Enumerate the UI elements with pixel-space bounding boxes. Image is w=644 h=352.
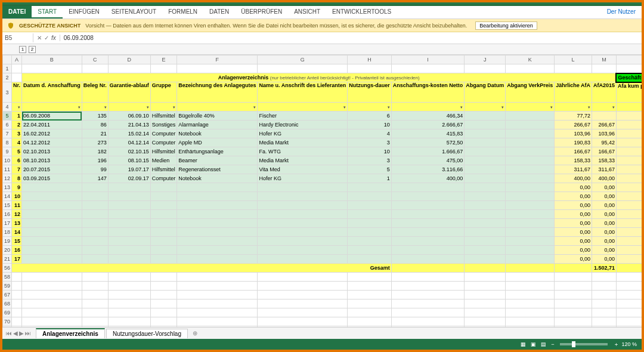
cell-blank[interactable] bbox=[82, 183, 108, 192]
cell-afa2015[interactable] bbox=[592, 112, 616, 121]
row-head[interactable]: 7 bbox=[3, 129, 12, 138]
cell-abgang-datum[interactable] bbox=[465, 147, 506, 156]
cell-lieferant[interactable]: Vita Med bbox=[258, 165, 348, 174]
cell-nr[interactable]: 5 bbox=[12, 147, 22, 156]
cell-blank[interactable] bbox=[391, 210, 465, 219]
cell-blank[interactable] bbox=[506, 246, 555, 255]
cell-blank[interactable] bbox=[177, 299, 258, 308]
row-head[interactable]: 4 bbox=[3, 103, 12, 112]
cell-blank[interactable] bbox=[465, 308, 506, 317]
cell-blank[interactable] bbox=[592, 291, 616, 299]
cell-blank[interactable] bbox=[506, 291, 555, 299]
cell-blank[interactable] bbox=[348, 219, 392, 228]
cell-lieferant[interactable]: Fa. WTG bbox=[258, 147, 348, 156]
ribbon-tab-formulas[interactable]: FORMELN bbox=[162, 6, 203, 18]
cell-blank[interactable] bbox=[22, 183, 82, 192]
cell-blank[interactable] bbox=[150, 282, 177, 291]
cell-afakum[interactable]: 466,34 bbox=[616, 112, 642, 121]
col-head-E[interactable]: E bbox=[150, 55, 177, 64]
cell-blank[interactable] bbox=[391, 317, 465, 326]
cell-blank[interactable] bbox=[177, 255, 258, 264]
cell-bezeichnung[interactable]: Enthärtungsanlage bbox=[177, 147, 258, 156]
cell-beleg[interactable]: 99 bbox=[82, 165, 108, 174]
cell-blank[interactable] bbox=[506, 210, 555, 219]
row-head[interactable]: 15 bbox=[3, 201, 12, 210]
cell-blank[interactable] bbox=[177, 201, 258, 210]
cell-nutzungsdauer[interactable]: 1 bbox=[348, 174, 392, 183]
cell-blank[interactable] bbox=[348, 326, 392, 328]
cell-kosten[interactable]: 400,00 bbox=[391, 174, 465, 183]
cell-blank[interactable] bbox=[506, 308, 555, 317]
cell-blank[interactable] bbox=[616, 273, 642, 282]
cell-zero[interactable]: 0,00 bbox=[616, 237, 642, 246]
cell-afa2015[interactable]: 103,96 bbox=[592, 129, 616, 138]
cell-blank[interactable] bbox=[108, 273, 150, 282]
row-head[interactable]: 20 bbox=[3, 246, 12, 255]
cell-blank[interactable] bbox=[108, 326, 150, 328]
cell-bezeichnung[interactable]: Bügelrolle 40% bbox=[177, 112, 258, 121]
cell-blank[interactable] bbox=[465, 192, 506, 201]
cell-blank[interactable] bbox=[12, 299, 22, 308]
cell-abgang-datum[interactable] bbox=[465, 121, 506, 129]
cell-abgang-datum[interactable] bbox=[465, 129, 506, 138]
cell-blank[interactable] bbox=[108, 201, 150, 210]
ribbon-tab-devtools[interactable]: ENTWICKLERTOOLS bbox=[326, 6, 397, 18]
cell-blank[interactable] bbox=[391, 228, 465, 237]
col-head-K[interactable]: K bbox=[506, 55, 555, 64]
cell-blank[interactable] bbox=[177, 282, 258, 291]
row-head[interactable]: 21 bbox=[3, 255, 12, 264]
cell-blank[interactable] bbox=[12, 273, 22, 282]
cell-blank[interactable] bbox=[22, 192, 82, 201]
cell-blank[interactable] bbox=[258, 326, 348, 328]
cell-blank[interactable] bbox=[258, 219, 348, 228]
cell-garantie[interactable]: 02.09.17 bbox=[108, 174, 150, 183]
ribbon-tab-data[interactable]: DATEN bbox=[203, 6, 235, 18]
cell-blank[interactable] bbox=[258, 201, 348, 210]
cell-blank[interactable] bbox=[348, 282, 392, 291]
cell-blank[interactable] bbox=[555, 308, 592, 317]
cell-zero[interactable]: 0,00 bbox=[592, 246, 616, 255]
cell-blank[interactable] bbox=[108, 246, 150, 255]
cell-nutzungsdauer[interactable]: 5 bbox=[348, 165, 392, 174]
cell-nutzungsdauer[interactable]: 3 bbox=[348, 156, 392, 165]
cell-blank[interactable] bbox=[12, 317, 22, 326]
cell-jafa[interactable]: 166,67 bbox=[555, 147, 592, 156]
cell-blank[interactable] bbox=[22, 308, 82, 317]
ribbon-tab-review[interactable]: ÜBERPRÜFEN bbox=[235, 6, 288, 18]
filter-dropdown[interactable] bbox=[150, 103, 177, 112]
cell-blank[interactable] bbox=[82, 317, 108, 326]
filter-dropdown[interactable] bbox=[348, 103, 392, 112]
cell-nutzungsdauer[interactable]: 6 bbox=[348, 112, 392, 121]
cell-blank[interactable] bbox=[465, 326, 506, 328]
cell-blank[interactable] bbox=[348, 255, 392, 264]
cell-nr[interactable]: 7 bbox=[12, 165, 22, 174]
sheet-tab-nutzungsdauer[interactable]: Nutzungsdauer-Vorschlag bbox=[106, 329, 188, 338]
name-box[interactable]: B5 bbox=[2, 33, 33, 42]
cell-blank[interactable] bbox=[506, 201, 555, 210]
cell-jafa[interactable]: 103,96 bbox=[555, 129, 592, 138]
cell-blank[interactable] bbox=[465, 317, 506, 326]
cell-blank[interactable] bbox=[108, 237, 150, 246]
filter-dropdown[interactable] bbox=[592, 103, 616, 112]
cell-blank[interactable] bbox=[506, 219, 555, 228]
cell-abgang-datum[interactable] bbox=[465, 174, 506, 183]
cell-zero[interactable]: 0,00 bbox=[555, 246, 592, 255]
cell-blank[interactable] bbox=[391, 282, 465, 291]
col-head-H[interactable]: H bbox=[348, 55, 392, 64]
cell-blank[interactable] bbox=[258, 308, 348, 317]
cell-zero[interactable]: 0,00 bbox=[616, 219, 642, 228]
filter-dropdown[interactable] bbox=[258, 103, 348, 112]
cell-blank[interactable] bbox=[555, 317, 592, 326]
cell-blank[interactable] bbox=[150, 192, 177, 201]
cell-blank[interactable] bbox=[465, 228, 506, 237]
cell-blank[interactable] bbox=[258, 183, 348, 192]
cell-zero[interactable]: 0,00 bbox=[592, 192, 616, 201]
cell-blank[interactable] bbox=[348, 210, 392, 219]
filter-dropdown[interactable] bbox=[465, 103, 506, 112]
cell-zero[interactable]: 0,00 bbox=[592, 219, 616, 228]
cell-blank[interactable] bbox=[465, 273, 506, 282]
row-head[interactable]: 14 bbox=[3, 192, 12, 201]
cell-blank[interactable] bbox=[555, 299, 592, 308]
cell-blank[interactable] bbox=[177, 228, 258, 237]
cell-bezeichnung[interactable]: Alarmanlage bbox=[177, 121, 258, 129]
